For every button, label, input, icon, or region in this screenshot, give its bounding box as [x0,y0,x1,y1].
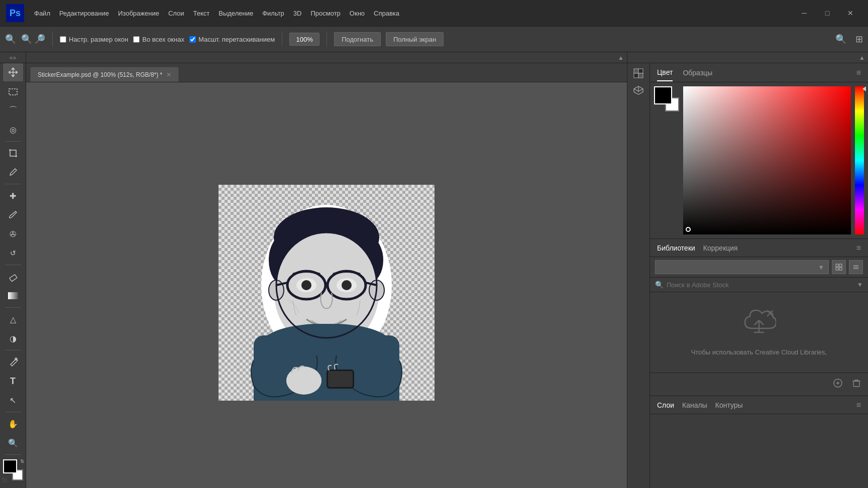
menu-file[interactable]: Файл [34,10,50,17]
hue-slider[interactable] [855,86,864,234]
libraries-menu-icon[interactable]: ≡ [856,243,861,253]
tab-channels[interactable]: Каналы [682,397,707,413]
path-select-tool-btn[interactable]: ↖ [3,391,23,409]
heal-tool-btn[interactable]: ✚ [3,187,23,205]
canvas-scroll-area[interactable] [26,82,627,488]
close-button[interactable]: ✕ [839,5,862,21]
delete-from-library-icon[interactable] [850,377,863,392]
fg-bg-color-swatch[interactable]: ⇅ ⬛ [3,459,23,480]
hand-tool-btn[interactable]: ✋ [3,415,23,433]
grid-view-btn[interactable] [832,260,846,274]
menu-3d[interactable]: 3D [293,10,302,17]
right-collapse-arrow[interactable]: ▲ [859,54,865,61]
add-to-library-icon[interactable] [831,376,845,393]
tab-contours[interactable]: Контуры [715,397,743,413]
zoom-input[interactable] [289,33,319,46]
layers-menu-icon[interactable]: ≡ [856,401,861,410]
menu-bar: Файл Редактирование Изображение Слои Тек… [34,10,399,17]
marquee-tool-btn[interactable] [3,82,23,100]
artwork-canvas[interactable] [219,185,435,401]
menu-filter[interactable]: Фильтр [262,10,284,17]
tab-close-button[interactable]: ✕ [166,71,171,78]
color-gradient-picker[interactable] [683,86,851,234]
pen-tool-btn[interactable] [3,353,23,371]
color-panel-menu-icon[interactable]: ≡ [856,68,861,77]
tab-layers[interactable]: Слои [657,397,674,413]
right-panel-top-collapse: ▲ [627,52,868,63]
search-stock-input[interactable] [667,281,854,289]
color-picker-icon[interactable] [629,65,647,81]
drag-zoom-check[interactable]: Масшт. перетаскиванием [189,36,275,43]
brush-tool-btn[interactable] [3,206,23,224]
foreground-swatch[interactable] [654,86,672,104]
menu-help[interactable]: Справка [374,10,399,17]
libraries-footer [650,373,868,396]
tab-color[interactable]: Цвет [657,64,673,81]
zoom-tool-btn[interactable]: 🔍 [3,434,23,452]
canvas-collapse-arrow[interactable]: ▲ [618,54,624,61]
blur-tool-btn[interactable]: △ [3,310,23,328]
clone-stamp-tool-btn[interactable]: ✇ [3,225,23,243]
tab-libraries[interactable]: Библиотеки [657,240,695,256]
creative-cloud-icon [742,307,776,342]
left-sep-5 [5,350,21,350]
canvas-inner [26,82,627,488]
reset-colors-icon[interactable]: ⬛ [2,478,7,482]
library-dropdown[interactable]: ▼ [655,260,829,274]
tab-swatches[interactable]: Образцы [683,65,712,81]
fullscreen-button[interactable]: Полный экран [386,32,444,46]
right-panel: ▲ Цвет Образцы ≡ [627,52,868,488]
left-sep-1 [5,141,21,142]
menu-edit[interactable]: Редактирование [59,10,109,17]
libraries-cloud-content: Чтобы использовать Creative Cloud Librar… [650,292,868,373]
fit-button[interactable]: Подогнать [334,32,381,46]
separator-1 [52,32,53,47]
list-view-btn[interactable] [849,260,863,274]
3d-icon[interactable] [629,82,647,98]
color-picker-area [650,82,868,238]
document-tab[interactable]: StickerExample.psd @ 100% (512s, RGB/8*)… [30,67,179,82]
color-swatch-fg-bg[interactable] [654,86,679,111]
svg-rect-35 [634,73,638,78]
all-windows-check[interactable]: Во всех окнах [133,36,184,43]
maximize-button[interactable]: □ [816,5,839,21]
dodge-tool-btn[interactable]: ◑ [3,329,23,347]
libraries-description: Чтобы использовать Creative Cloud Librar… [691,348,827,357]
swap-colors-icon[interactable]: ⇅ [20,458,24,464]
quick-select-tool-btn[interactable]: ◎ [3,120,23,139]
document-tabs: StickerExample.psd @ 100% (512s, RGB/8*)… [26,63,627,82]
minimize-button[interactable]: ─ [793,5,816,21]
titlebar: Ps Файл Редактирование Изображение Слои … [0,0,868,26]
svg-rect-2 [8,292,18,299]
eraser-tool-btn[interactable] [3,268,23,286]
menu-image[interactable]: Изображение [118,10,159,17]
search-icon[interactable]: 🔍 [5,34,16,45]
history-brush-tool-btn[interactable]: ↺ [3,244,23,262]
libraries-toolbar: ▼ [650,257,868,278]
menu-layers[interactable]: Слои [168,10,184,17]
lasso-tool-btn[interactable]: ⌒ [3,101,23,119]
panel-layout-icon[interactable]: ⊞ [855,34,863,45]
menu-window[interactable]: Окно [350,10,365,17]
svg-rect-39 [836,268,838,270]
move-tool-btn[interactable] [3,63,23,81]
fit-window-check[interactable]: Настр. размер окон [60,36,128,43]
gradient-tool-btn[interactable] [3,287,23,305]
search-dropdown-icon[interactable]: ▼ [857,281,863,288]
zoom-down-icon[interactable]: 🔍 [21,34,32,45]
search-icon-right[interactable]: 🔍 [835,34,846,45]
eyedropper-tool-btn[interactable] [3,163,23,181]
left-top-arrow[interactable]: «» [10,54,16,61]
crop-tool-btn[interactable] [3,144,23,162]
menu-text[interactable]: Текст [193,10,210,17]
menu-select[interactable]: Выделение [219,10,253,17]
zoom-up-icon[interactable]: 🔎 [34,34,45,45]
left-sep-6 [5,412,21,412]
tab-correction[interactable]: Коррекция [703,240,738,256]
left-sep-2 [5,184,21,184]
menu-view[interactable]: Просмотр [310,10,340,17]
right-icon-sidebar [627,63,650,488]
foreground-color[interactable] [3,459,17,473]
text-tool-btn[interactable]: T [3,372,23,390]
separator-2 [282,32,282,47]
